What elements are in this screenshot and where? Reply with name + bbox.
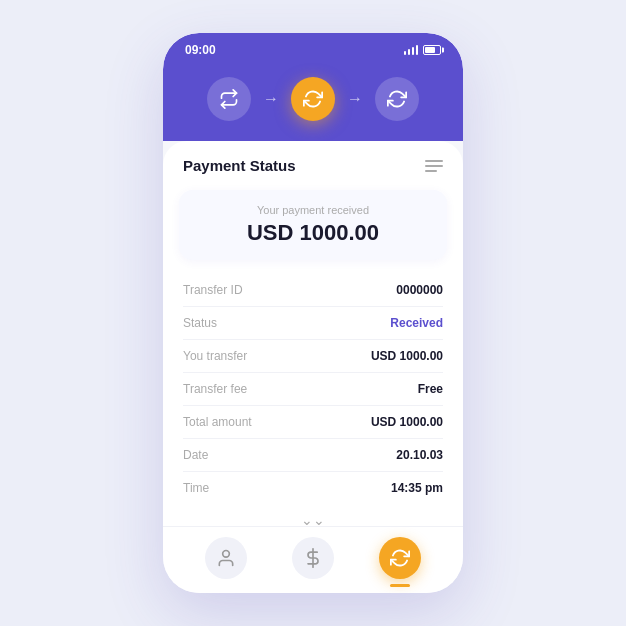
step1-circle	[207, 77, 251, 121]
phone-body: Payment Status Your payment received USD…	[163, 141, 463, 593]
battery-icon	[423, 45, 441, 55]
page-title: Payment Status	[183, 157, 296, 174]
step3-complete-icon	[387, 89, 407, 109]
status-bar: 09:00	[163, 33, 463, 63]
detail-label: You transfer	[183, 349, 247, 363]
detail-value: Received	[390, 316, 443, 330]
step-arrow-2: →	[347, 90, 363, 108]
chevron-down-icon: ⌄⌄	[301, 512, 325, 526]
detail-label: Transfer fee	[183, 382, 247, 396]
detail-label: Total amount	[183, 415, 252, 429]
detail-label: Status	[183, 316, 217, 330]
bottom-nav	[163, 526, 463, 593]
detail-row: You transferUSD 1000.00	[183, 340, 443, 373]
status-icons	[404, 45, 442, 55]
detail-label: Time	[183, 481, 209, 495]
detail-row: Transfer ID0000000	[183, 274, 443, 307]
details-section: Transfer ID0000000StatusReceivedYou tran…	[163, 274, 463, 504]
detail-value: 20.10.03	[396, 448, 443, 462]
chevron-down-row: ⌄⌄	[163, 504, 463, 526]
content-area: Payment Status Your payment received USD…	[163, 141, 463, 526]
section-header: Payment Status	[163, 141, 463, 184]
phone-header: 09:00 →	[163, 33, 463, 141]
step1-transfer-icon	[219, 89, 239, 109]
menu-button[interactable]	[425, 160, 443, 172]
profile-nav[interactable]	[205, 537, 247, 579]
steps-row: → →	[163, 63, 463, 141]
transfer-nav[interactable]	[292, 537, 334, 579]
detail-value: 14:35 pm	[391, 481, 443, 495]
status-nav[interactable]	[379, 537, 421, 579]
detail-value: USD 1000.00	[371, 415, 443, 429]
step2-processing-icon	[303, 89, 323, 109]
detail-row: Date20.10.03	[183, 439, 443, 472]
amount-card: Your payment received USD 1000.00	[179, 190, 447, 260]
detail-value: Free	[418, 382, 443, 396]
detail-label: Transfer ID	[183, 283, 243, 297]
detail-label: Date	[183, 448, 208, 462]
signal-icon	[404, 45, 419, 55]
amount-value: USD 1000.00	[197, 220, 429, 246]
svg-point-0	[223, 551, 230, 558]
amount-label: Your payment received	[197, 204, 429, 216]
step3-circle	[375, 77, 419, 121]
detail-row: Total amountUSD 1000.00	[183, 406, 443, 439]
detail-row: Transfer feeFree	[183, 373, 443, 406]
detail-row: StatusReceived	[183, 307, 443, 340]
detail-value: USD 1000.00	[371, 349, 443, 363]
step-arrow-1: →	[263, 90, 279, 108]
detail-value: 0000000	[396, 283, 443, 297]
detail-row: Time14:35 pm	[183, 472, 443, 504]
phone-frame: 09:00 →	[163, 33, 463, 593]
step2-circle	[291, 77, 335, 121]
status-time: 09:00	[185, 43, 216, 57]
